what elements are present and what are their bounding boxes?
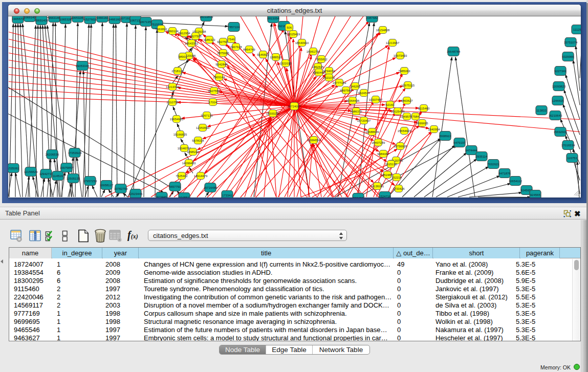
svg-text:116753: 116753 xyxy=(567,156,577,159)
svg-text:104551: 104551 xyxy=(179,195,190,198)
svg-text:173342: 173342 xyxy=(222,193,233,196)
svg-text:9699695: 9699695 xyxy=(416,121,428,124)
svg-text:15751074: 15751074 xyxy=(564,40,578,43)
svg-text:1322013: 1322013 xyxy=(279,61,292,64)
svg-text:10973493: 10973493 xyxy=(394,54,407,57)
svg-text:10543362: 10543362 xyxy=(185,41,199,45)
svg-text:19777169: 19777169 xyxy=(333,81,346,84)
svg-text:1621072: 1621072 xyxy=(323,76,335,79)
svg-text:14136141: 14136141 xyxy=(371,184,384,187)
svg-text:114519: 114519 xyxy=(53,174,63,177)
svg-text:62160: 62160 xyxy=(386,103,395,106)
svg-text:15692901: 15692901 xyxy=(554,130,568,133)
svg-text:14099483: 14099483 xyxy=(182,161,196,164)
svg-text:1362615: 1362615 xyxy=(312,65,324,68)
svg-text:1388520: 1388520 xyxy=(270,55,282,58)
svg-text:7625402: 7625402 xyxy=(176,174,188,177)
svg-text:15654923: 15654923 xyxy=(398,129,411,132)
svg-text:12093823: 12093823 xyxy=(552,84,566,87)
svg-text:1615132: 1615132 xyxy=(385,162,397,165)
svg-text:18407249: 18407249 xyxy=(372,141,385,144)
svg-text:3624514: 3624514 xyxy=(358,91,370,94)
svg-text:923446: 923446 xyxy=(157,195,167,198)
svg-text:26206536: 26206536 xyxy=(46,152,59,156)
svg-text:15716485: 15716485 xyxy=(204,186,217,189)
svg-text:5678334: 5678334 xyxy=(192,139,204,142)
svg-text:12975115: 12975115 xyxy=(401,83,415,86)
svg-text:10958127: 10958127 xyxy=(100,183,114,186)
svg-text:2718120: 2718120 xyxy=(171,69,184,72)
svg-text:18640910: 18640910 xyxy=(295,41,309,44)
svg-text:12942737: 12942737 xyxy=(39,172,53,175)
svg-text:20691406: 20691406 xyxy=(35,18,49,21)
svg-text:2935114: 2935114 xyxy=(476,155,488,158)
svg-text:12923446: 12923446 xyxy=(129,192,143,195)
svg-text:9463627: 9463627 xyxy=(401,99,413,102)
svg-text:1535061: 1535061 xyxy=(8,166,19,169)
svg-text:10025438: 10025438 xyxy=(391,110,405,113)
svg-text:8938913: 8938913 xyxy=(439,134,451,137)
svg-text:16210643: 16210643 xyxy=(549,114,562,117)
svg-text:16961758: 16961758 xyxy=(307,50,320,53)
svg-text:924565: 924565 xyxy=(530,193,541,196)
svg-text:10975857: 10975857 xyxy=(60,166,74,169)
svg-text:7955812: 7955812 xyxy=(315,57,328,60)
svg-text:1244415: 1244415 xyxy=(552,99,564,102)
svg-text:29053346: 29053346 xyxy=(76,64,90,67)
svg-text:3875685: 3875685 xyxy=(217,51,229,54)
svg-text:10688609: 10688609 xyxy=(365,130,379,133)
svg-text:3267130: 3267130 xyxy=(201,114,213,117)
svg-text:928452: 928452 xyxy=(353,196,364,198)
svg-text:11125: 11125 xyxy=(573,28,581,31)
svg-text:2967618: 2967618 xyxy=(230,45,242,48)
svg-text:10654112: 10654112 xyxy=(509,179,522,182)
svg-text:146266: 146266 xyxy=(350,84,361,87)
svg-text:16033809: 16033809 xyxy=(200,16,213,18)
svg-text:19166825: 19166825 xyxy=(173,133,187,136)
svg-text:9242848: 9242848 xyxy=(215,62,228,65)
svg-text:17016534: 17016534 xyxy=(561,143,575,146)
svg-text:1733426: 1733426 xyxy=(393,187,405,190)
svg-text:98901: 98901 xyxy=(179,55,187,58)
svg-text:8813054: 8813054 xyxy=(267,16,279,19)
svg-text:3186323: 3186323 xyxy=(203,38,215,41)
svg-text:20364436: 20364436 xyxy=(346,99,360,102)
svg-text:17353924: 17353924 xyxy=(68,151,82,154)
svg-text:7663822: 7663822 xyxy=(155,27,167,30)
svg-text:506: 506 xyxy=(287,26,292,29)
svg-text:8912954: 8912954 xyxy=(178,31,190,34)
svg-text:12505135: 12505135 xyxy=(67,177,80,180)
svg-text:7857224: 7857224 xyxy=(228,25,240,28)
svg-text:6479197: 6479197 xyxy=(453,141,466,144)
svg-text:6897568: 6897568 xyxy=(340,89,352,92)
svg-text:16154808: 16154808 xyxy=(376,28,390,31)
svg-text:1640954: 1640954 xyxy=(428,127,440,130)
svg-text:6466160: 6466160 xyxy=(96,16,108,19)
svg-text:9663146: 9663146 xyxy=(48,16,60,19)
svg-text:9329966: 9329966 xyxy=(562,55,574,58)
svg-text:10782759: 10782759 xyxy=(114,187,128,190)
svg-text:9115460: 9115460 xyxy=(418,106,430,110)
svg-text:2903144: 2903144 xyxy=(213,75,225,78)
svg-text:10653287: 10653287 xyxy=(71,16,85,19)
svg-text:12213303: 12213303 xyxy=(166,85,180,88)
svg-text:12213967: 12213967 xyxy=(386,41,400,44)
svg-text:18300295: 18300295 xyxy=(266,112,280,115)
svg-text:1524718: 1524718 xyxy=(379,194,391,198)
svg-text:8454749: 8454749 xyxy=(243,48,255,51)
svg-text:9327505: 9327505 xyxy=(189,34,202,37)
svg-text:9657791: 9657791 xyxy=(169,185,181,188)
svg-text:19384554: 19384554 xyxy=(307,138,321,141)
svg-text:6466160: 6466160 xyxy=(108,17,121,20)
svg-text:7546: 7546 xyxy=(228,37,235,40)
svg-text:15720407: 15720407 xyxy=(357,119,371,122)
svg-text:2986372: 2986372 xyxy=(350,110,362,113)
svg-text:9146821: 9146821 xyxy=(257,53,269,56)
svg-text:152214: 152214 xyxy=(391,176,402,179)
svg-text:9227343: 9227343 xyxy=(554,69,567,72)
svg-text:19654985: 19654985 xyxy=(170,117,184,120)
svg-text:7632621: 7632621 xyxy=(487,162,499,165)
svg-text:1905573: 1905573 xyxy=(12,17,24,20)
svg-text:13325419: 13325419 xyxy=(287,32,300,35)
svg-text:1527602: 1527602 xyxy=(84,17,96,20)
